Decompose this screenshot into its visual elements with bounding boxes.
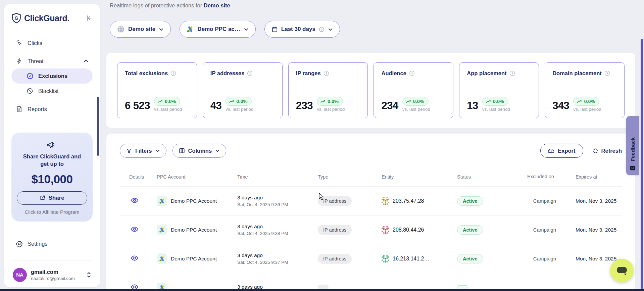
globe-icon xyxy=(117,25,125,33)
column-header: Expires at xyxy=(563,174,622,180)
google-ads-icon xyxy=(157,225,167,235)
trend-up-icon xyxy=(577,99,582,103)
stat-label: Domain placement xyxy=(552,70,602,77)
time-cell: 3 days ago Sat, Oct 4, 2025 9:39 PM xyxy=(237,195,318,207)
column-header: Entity xyxy=(382,174,457,180)
stat-delta-badge: 0.0% xyxy=(154,97,180,106)
excluded-on-cell: Campaign xyxy=(526,256,563,261)
chevron-up-icon xyxy=(83,58,89,64)
stat-caption: vs. last period xyxy=(482,107,510,112)
ppc-account-name: Demo PPC Account xyxy=(171,198,217,204)
stat-label: IP ranges xyxy=(296,70,321,77)
stat-value: 343 xyxy=(552,100,569,112)
type-badge: IP address xyxy=(318,196,352,206)
sidebar-item-clicks[interactable]: Clicks xyxy=(11,36,93,50)
collapse-sidebar-icon[interactable] xyxy=(86,15,93,21)
stat-card: App placement ? 13 0.0% vs. last period xyxy=(459,62,539,118)
svg-text:G: G xyxy=(14,15,18,21)
chat-launcher-button[interactable] xyxy=(610,259,634,282)
sidebar-item-threat[interactable]: Threat xyxy=(11,54,93,68)
sidebar-scrollbar[interactable] xyxy=(97,97,99,156)
document-icon xyxy=(15,106,23,112)
eye-icon[interactable] xyxy=(131,226,139,232)
sidebar-item-label: Threat xyxy=(28,58,44,64)
share-button-label: Share xyxy=(48,195,64,201)
share-button[interactable]: Share xyxy=(17,191,87,205)
stat-label: Total exclusions xyxy=(125,70,168,77)
table-toolbar: Filters Columns Export Refresh xyxy=(120,144,622,158)
logo-text: ClickGuard. xyxy=(24,13,69,23)
ppc-account-cell: Demo PPC Account xyxy=(157,253,237,264)
ppc-account-selector-dropdown[interactable]: Demo PPC ac… xyxy=(180,21,256,38)
column-header: Type xyxy=(318,174,382,180)
ppc-account-name: Demo PPC Account xyxy=(171,227,217,233)
stat-label: Audience xyxy=(381,70,406,77)
lightning-icon xyxy=(15,58,23,64)
ppc-account-cell: Demo PPC Account xyxy=(157,196,237,206)
stat-delta-badge: 0.0% xyxy=(573,97,599,106)
svg-text:?: ? xyxy=(511,72,513,75)
sidebar-item-settings[interactable]: Settings xyxy=(11,236,93,251)
sidebar-item-label: Clicks xyxy=(28,40,42,46)
sidebar-item-label: Blacklist xyxy=(38,88,59,94)
divider xyxy=(13,260,91,260)
help-circle-icon[interactable]: ? xyxy=(324,70,329,76)
google-ads-icon xyxy=(157,253,167,264)
account-switcher[interactable]: NA gmail.com naatali.ro@gmail.com xyxy=(11,268,93,282)
cursor-click-icon xyxy=(15,40,23,46)
stat-delta-value: 0.0% xyxy=(328,99,339,104)
column-header: Details xyxy=(120,174,157,180)
sidebar-item-label: Reports xyxy=(28,106,47,112)
stat-caption: vs. last period xyxy=(226,107,253,112)
expires-at-cell: Mon, Nov 3, 2025 xyxy=(563,256,622,262)
feedback-tab[interactable]: Feedback xyxy=(626,116,639,175)
type-badge xyxy=(318,285,329,289)
affiliate-promo-card[interactable]: Share ClickGuard and get up to $10,000 S… xyxy=(11,133,93,222)
excluded-on-cell: Campaign xyxy=(526,198,563,204)
help-circle-icon[interactable]: ? xyxy=(509,70,515,76)
stat-card: Domain placement ? 343 0.0% vs. last per… xyxy=(545,62,625,118)
svg-text:?: ? xyxy=(411,72,413,75)
sidebar-item-blacklist[interactable]: Blacklist xyxy=(11,84,93,98)
google-ads-icon xyxy=(187,26,194,33)
sidebar-menu: Clicks Threat Exclusions Blacklist xyxy=(11,36,93,116)
eye-icon[interactable] xyxy=(131,197,139,203)
time-relative: 3 days ago xyxy=(237,195,318,201)
table-row: 3 days ago xyxy=(120,273,622,291)
refresh-icon xyxy=(593,148,598,154)
date-range-dropdown[interactable]: Last 30 days ? xyxy=(264,21,340,38)
calendar-icon xyxy=(271,26,278,33)
stat-delta-value: 0.0% xyxy=(236,99,247,104)
help-circle-icon[interactable]: ? xyxy=(604,70,610,76)
sidebar-item-reports[interactable]: Reports xyxy=(11,102,93,116)
help-circle-icon[interactable]: ? xyxy=(247,70,253,76)
time-absolute: Sat, Oct 4, 2025 9:38 PM xyxy=(237,231,318,236)
stat-value: 6 523 xyxy=(125,100,150,112)
table-row: Demo PPC Account 3 days ago Sat, Oct 4, … xyxy=(120,187,622,215)
chevron-down-icon xyxy=(328,27,333,32)
date-range-value: Last 30 days xyxy=(281,26,315,33)
filters-dropdown[interactable]: Filters xyxy=(120,144,166,158)
table-header-row: Details PPC Account Time Type Entity Sta… xyxy=(120,167,622,187)
help-circle-icon[interactable]: ? xyxy=(409,70,415,76)
clickguard-logo[interactable]: G ClickGuard. xyxy=(11,13,69,23)
stat-card: IP addresses ? 43 0.0% vs. last period xyxy=(203,62,283,118)
svg-text:?: ? xyxy=(606,72,608,75)
refresh-button[interactable]: Refresh xyxy=(593,148,622,154)
help-circle-icon[interactable]: ? xyxy=(170,70,176,76)
time-cell: 3 days ago Sat, Oct 4, 2025 9:37 PM xyxy=(237,252,318,265)
sidebar-item-label: Settings xyxy=(28,241,48,247)
site-selector-dropdown[interactable]: Demo site xyxy=(110,21,171,38)
time-relative: 3 days ago xyxy=(237,252,318,258)
eye-icon[interactable] xyxy=(131,255,139,261)
up-down-chevrons-icon xyxy=(87,272,91,278)
identicon xyxy=(382,197,390,205)
ban-icon xyxy=(26,88,34,94)
affiliate-link[interactable]: Click to Affiliate Program xyxy=(17,209,87,215)
columns-dropdown[interactable]: Columns xyxy=(172,144,227,158)
sidebar-item-exclusions[interactable]: Exclusions xyxy=(11,68,93,84)
top-toolbar: Demo site Demo PPC ac… Last 30 days ? xyxy=(110,21,623,38)
page-scrollbar[interactable] xyxy=(641,39,643,289)
export-button[interactable]: Export xyxy=(540,144,583,158)
stat-delta-value: 0.0% xyxy=(165,99,176,104)
